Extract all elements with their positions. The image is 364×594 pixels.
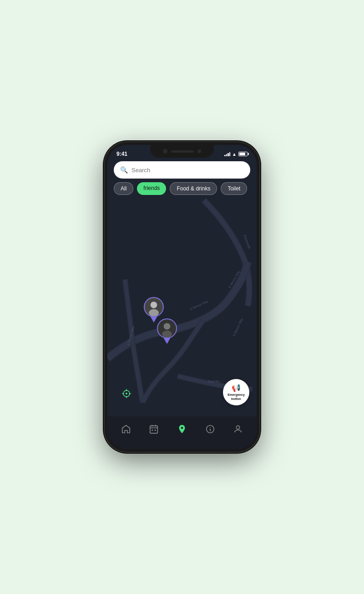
svg-rect-22 <box>152 429 153 430</box>
filter-bar: All friends Food & drinks Toilet <box>114 182 250 195</box>
phone-screen: Ferncroft E Mercer Way E Mercer Way E Me… <box>107 145 257 449</box>
svg-point-7 <box>150 302 157 308</box>
nav-item-calendar[interactable] <box>143 421 164 439</box>
bottom-nav <box>107 416 257 449</box>
signal-bar-2 <box>226 154 228 156</box>
map-area[interactable]: Ferncroft E Mercer Way E Mercer Way E Me… <box>107 145 257 449</box>
signal-bar-1 <box>224 155 226 156</box>
wifi-icon: ▲ <box>232 152 237 157</box>
pin-avatar-1 <box>144 297 164 317</box>
svg-text:E Mercer Way: E Mercer Way <box>190 299 209 311</box>
svg-point-27 <box>210 427 211 428</box>
map-pin-person2[interactable] <box>157 318 177 344</box>
signal-bar-3 <box>228 153 229 156</box>
svg-rect-18 <box>150 425 158 433</box>
nav-item-profile[interactable] <box>228 421 248 439</box>
status-icons: ▲ <box>224 152 248 157</box>
filter-pill-toilet[interactable]: Toilet <box>221 182 247 195</box>
search-bar[interactable]: 🔍 <box>114 161 250 179</box>
nav-item-home[interactable] <box>116 421 136 439</box>
crosshair-icon <box>121 388 132 399</box>
pin-tail-2 <box>163 338 171 344</box>
emergency-button[interactable]: 📢 Emergency button <box>223 379 249 405</box>
battery-fill <box>239 153 245 155</box>
svg-point-10 <box>164 323 171 330</box>
svg-text:East Rd: East Rd <box>208 380 219 383</box>
svg-text:E Mercer Way: E Mercer Way <box>232 317 243 337</box>
front-camera <box>163 149 167 154</box>
nav-item-info[interactable] <box>200 421 221 439</box>
phone-device: Ferncroft E Mercer Way E Mercer Way E Me… <box>105 142 259 452</box>
nav-item-location[interactable] <box>172 421 192 439</box>
home-icon <box>121 424 131 436</box>
svg-point-13 <box>126 393 127 394</box>
status-time: 9:41 <box>116 151 127 157</box>
pin-avatar-2 <box>157 318 177 338</box>
emergency-button-label: Emergency button <box>228 393 245 401</box>
search-icon: 🔍 <box>120 166 128 174</box>
search-input[interactable] <box>131 167 244 174</box>
svg-point-28 <box>237 425 240 429</box>
calendar-icon <box>149 424 159 436</box>
profile-icon <box>233 424 243 436</box>
svg-point-24 <box>181 426 183 429</box>
gps-button[interactable] <box>116 384 136 404</box>
filter-pill-friends[interactable]: friends <box>137 182 166 195</box>
battery-icon <box>238 152 248 156</box>
notch <box>150 145 214 158</box>
svg-rect-23 <box>155 429 156 430</box>
speaker <box>171 150 194 153</box>
sensor <box>197 149 201 153</box>
svg-text:Ferncroft: Ferncroft <box>243 235 251 250</box>
megaphone-icon: 📢 <box>232 384 241 392</box>
signal-bars <box>224 152 230 156</box>
location-icon <box>177 424 187 436</box>
filter-pill-food[interactable]: Food & drinks <box>170 182 217 195</box>
filter-pill-all[interactable]: All <box>114 182 133 195</box>
info-icon <box>205 424 215 436</box>
pin-tail-1 <box>150 316 157 323</box>
signal-bar-4 <box>229 152 231 156</box>
